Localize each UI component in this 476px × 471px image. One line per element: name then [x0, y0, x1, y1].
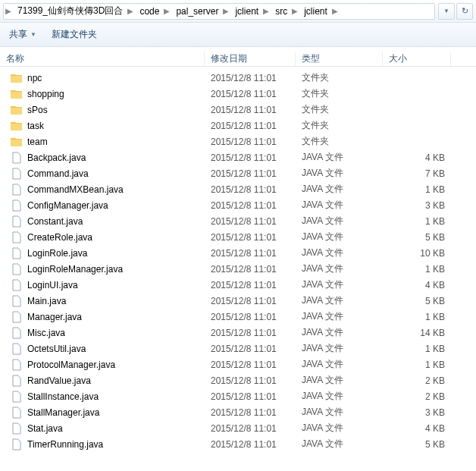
file-date-cell: 2015/12/8 11:01: [205, 89, 296, 99]
file-name-cell: OctetsUtil.java: [0, 343, 205, 355]
chevron-down-icon: ▼: [443, 8, 449, 14]
file-name-cell: Stat.java: [0, 422, 205, 435]
file-icon: [11, 391, 23, 403]
file-name-label: CreateRole.java: [27, 232, 92, 243]
file-date-cell: 2015/12/8 11:01: [205, 296, 296, 306]
file-row[interactable]: LoginRole.java2015/12/8 11:01JAVA 文件10 K…: [0, 245, 476, 261]
file-name-cell: Manager.java: [0, 311, 205, 323]
file-icon: [11, 184, 23, 196]
file-row[interactable]: CommandMXBean.java2015/12/8 11:01JAVA 文件…: [0, 181, 476, 197]
breadcrumb-item[interactable]: pal_server: [171, 4, 221, 19]
breadcrumb-item[interactable]: src: [271, 4, 290, 19]
file-icon: [11, 422, 23, 435]
file-type-cell: JAVA 文件: [296, 246, 383, 259]
breadcrumb-item[interactable]: code: [135, 4, 162, 19]
file-size-cell: 1 KB: [383, 360, 451, 370]
file-row[interactable]: Command.java2015/12/8 11:01JAVA 文件7 KB: [0, 165, 476, 181]
file-name-label: CommandMXBean.java: [27, 184, 124, 195]
chevron-right-icon: ▶: [4, 7, 13, 15]
column-size[interactable]: 大小: [383, 52, 451, 66]
file-date-cell: 2015/12/8 11:01: [205, 280, 296, 290]
file-row[interactable]: npc2015/12/8 11:01文件夹: [0, 70, 476, 86]
column-type[interactable]: 类型: [296, 52, 383, 66]
file-type-cell: JAVA 文件: [296, 278, 383, 291]
breadcrumb-item[interactable]: jclient: [299, 4, 330, 19]
file-row[interactable]: Main.java2015/12/8 11:01JAVA 文件5 KB: [0, 293, 476, 309]
file-name-cell: sPos: [0, 104, 205, 116]
breadcrumb-item[interactable]: 71399_仙剑奇侠傳3D回合: [13, 4, 126, 19]
file-name-cell: task: [0, 120, 205, 132]
file-row[interactable]: team2015/12/8 11:01文件夹: [0, 133, 476, 149]
column-date[interactable]: 修改日期: [205, 52, 296, 66]
file-row[interactable]: Manager.java2015/12/8 11:01JAVA 文件1 KB: [0, 309, 476, 325]
breadcrumb[interactable]: ▶71399_仙剑奇侠傳3D回合▶code▶pal_server▶jclient…: [3, 3, 435, 20]
file-row[interactable]: Stat.java2015/12/8 11:01JAVA 文件4 KB: [0, 420, 476, 436]
file-size-cell: 1 KB: [383, 344, 451, 354]
file-name-cell: StallManager.java: [0, 407, 205, 419]
file-row[interactable]: LoginRoleManager.java2015/12/8 11:01JAVA…: [0, 261, 476, 277]
column-name[interactable]: 名称: [0, 52, 205, 66]
file-type-cell: JAVA 文件: [296, 231, 383, 243]
file-row[interactable]: StallManager.java2015/12/8 11:01JAVA 文件3…: [0, 404, 476, 420]
address-bar: ▶71399_仙剑奇侠傳3D回合▶code▶pal_server▶jclient…: [0, 0, 476, 23]
file-row[interactable]: LoginUI.java2015/12/8 11:01JAVA 文件4 KB: [0, 277, 476, 293]
new-folder-button[interactable]: 新建文件夹: [52, 28, 97, 41]
file-name-cell: Command.java: [0, 168, 205, 180]
file-name-cell: Misc.java: [0, 327, 205, 339]
file-name-label: Main.java: [27, 296, 66, 306]
file-type-cell: JAVA 文件: [296, 374, 383, 387]
file-type-cell: JAVA 文件: [296, 167, 383, 180]
file-row[interactable]: TimerRunning.java2015/12/8 11:01JAVA 文件5…: [0, 436, 476, 452]
file-name-cell: StallInstance.java: [0, 391, 205, 403]
file-row[interactable]: shopping2015/12/8 11:01文件夹: [0, 86, 476, 102]
file-date-cell: 2015/12/8 11:01: [205, 248, 296, 259]
file-row[interactable]: StallInstance.java2015/12/8 11:01JAVA 文件…: [0, 388, 476, 404]
file-icon: [11, 359, 23, 371]
file-type-cell: JAVA 文件: [296, 326, 383, 339]
file-name-label: team: [27, 137, 48, 147]
file-row[interactable]: Misc.java2015/12/8 11:01JAVA 文件14 KB: [0, 325, 476, 341]
file-size-cell: 7 KB: [383, 168, 451, 179]
file-date-cell: 2015/12/8 11:01: [205, 407, 296, 418]
file-icon: [11, 327, 23, 339]
folder-icon: [11, 72, 23, 84]
file-name-label: shopping: [27, 89, 64, 99]
file-name-cell: TimerRunning.java: [0, 438, 205, 451]
file-date-cell: 2015/12/8 11:01: [205, 375, 296, 386]
file-name-label: LoginRole.java: [27, 248, 87, 259]
refresh-button[interactable]: ↻: [456, 3, 473, 20]
file-name-label: sPos: [27, 105, 48, 115]
file-icon: [11, 231, 23, 243]
file-type-cell: JAVA 文件: [296, 422, 383, 435]
file-row[interactable]: ProtocolManager.java2015/12/8 11:01JAVA …: [0, 356, 476, 372]
file-date-cell: 2015/12/8 11:01: [205, 73, 296, 83]
file-row[interactable]: OctetsUtil.java2015/12/8 11:01JAVA 文件1 K…: [0, 341, 476, 356]
file-row[interactable]: RandValue.java2015/12/8 11:01JAVA 文件2 KB: [0, 372, 476, 388]
history-dropdown-button[interactable]: ▼: [438, 3, 455, 20]
file-icon: [11, 152, 23, 164]
file-name-cell: LoginRoleManager.java: [0, 263, 205, 275]
file-icon: [11, 343, 23, 355]
file-row[interactable]: task2015/12/8 11:01文件夹: [0, 118, 476, 133]
file-type-cell: JAVA 文件: [296, 294, 383, 307]
file-name-cell: shopping: [0, 88, 205, 100]
file-name-cell: ConfigManager.java: [0, 199, 205, 212]
file-row[interactable]: ConfigManager.java2015/12/8 11:01JAVA 文件…: [0, 197, 476, 213]
breadcrumb-item[interactable]: jclient: [230, 4, 261, 19]
file-name-cell: Backpack.java: [0, 152, 205, 164]
file-row[interactable]: sPos2015/12/8 11:01文件夹: [0, 102, 476, 118]
file-name-cell: team: [0, 136, 205, 148]
file-name-label: npc: [27, 73, 42, 83]
folder-icon: [11, 88, 23, 100]
file-icon: [11, 438, 23, 451]
file-row[interactable]: Constant.java2015/12/8 11:01JAVA 文件1 KB: [0, 213, 476, 229]
file-size-cell: 2 KB: [383, 391, 451, 402]
file-name-label: RandValue.java: [27, 375, 91, 386]
folder-icon: [11, 104, 23, 116]
share-menu[interactable]: 共享 ▼: [9, 28, 36, 41]
file-row[interactable]: CreateRole.java2015/12/8 11:01JAVA 文件5 K…: [0, 229, 476, 245]
file-date-cell: 2015/12/8 11:01: [205, 360, 296, 370]
file-row[interactable]: Backpack.java2015/12/8 11:01JAVA 文件4 KB: [0, 149, 476, 165]
file-date-cell: 2015/12/8 11:01: [205, 184, 296, 195]
file-size-cell: 4 KB: [383, 152, 451, 163]
